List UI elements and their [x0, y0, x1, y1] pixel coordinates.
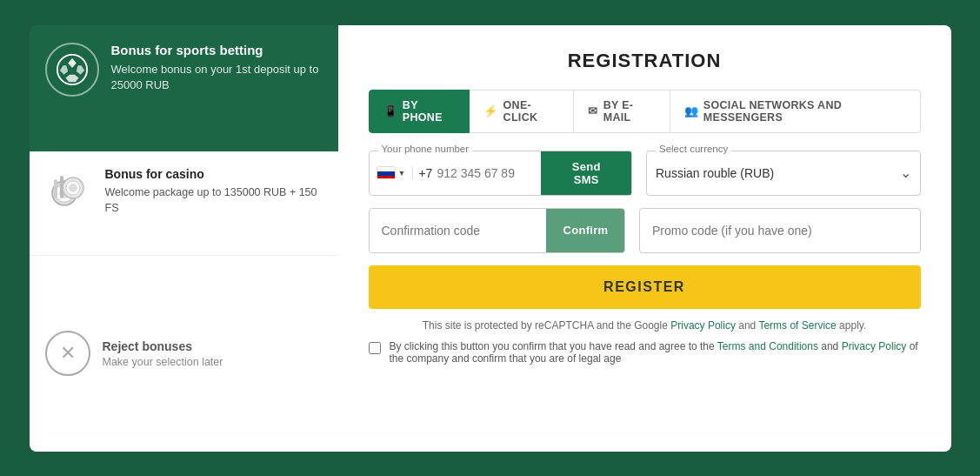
casino-icon	[45, 167, 93, 215]
main-container: Bonus for sports betting Welcome bonus o…	[30, 25, 951, 452]
svg-marker-2	[76, 65, 84, 74]
reject-bonus-panel[interactable]: ✕ Reject bonuses Make your selection lat…	[30, 256, 338, 452]
captcha-tos-link[interactable]: Terms of Service	[758, 319, 836, 332]
svg-marker-3	[59, 65, 68, 74]
svg-point-10	[69, 184, 77, 192]
tab-by-phone-label: BY PHONE	[403, 99, 455, 124]
promo-group	[639, 208, 921, 253]
registration-title: REGISTRATION	[369, 50, 921, 72]
terms-checkbox[interactable]	[369, 342, 381, 354]
phone-prefix: +7	[418, 166, 432, 180]
confirmation-input[interactable]	[370, 224, 546, 238]
social-tab-icon: 👥	[684, 104, 698, 117]
tab-one-click-label: ONE-CLICK	[503, 99, 560, 124]
phone-group: Your phone number ▼ +7 Send SMS	[369, 151, 633, 196]
terms-conditions-link[interactable]: Terms and Conditions	[717, 340, 818, 352]
tab-one-click[interactable]: ⚡ ONE-CLICK	[469, 90, 574, 133]
sports-icon	[45, 43, 99, 97]
tab-by-phone[interactable]: 📱 BY PHONE	[369, 90, 470, 133]
russia-flag	[377, 166, 396, 179]
form-row-2: Confirm	[369, 208, 921, 253]
tab-by-email-label: BY E-MAIL	[603, 99, 656, 124]
currency-label: Select currency	[656, 144, 731, 154]
casino-bonus-title: Bonus for casino	[105, 167, 323, 181]
phone-tab-icon: 📱	[383, 104, 397, 117]
reject-bonus-text: Reject bonuses Make your selection later	[103, 339, 223, 368]
captcha-privacy-link[interactable]: Privacy Policy	[670, 319, 736, 332]
svg-rect-11	[54, 179, 57, 198]
send-sms-button[interactable]: Send SMS	[541, 151, 631, 195]
sports-bonus-desc: Welcome bonus on your 1st deposit up to …	[111, 62, 323, 93]
casino-chips-icon	[47, 169, 90, 212]
tab-by-email[interactable]: ✉ BY E-MAIL	[573, 90, 670, 133]
casino-bonus-panel[interactable]: Bonus for casino Welcome package up to 1…	[30, 151, 338, 256]
terms-and: and	[821, 340, 838, 352]
captcha-apply: apply.	[839, 319, 866, 332]
casino-bonus-text: Bonus for casino Welcome package up to 1…	[105, 167, 323, 216]
sports-bonus-title: Bonus for sports betting	[111, 43, 323, 57]
oneclick-tab-icon: ⚡	[483, 104, 497, 117]
reject-icon: ✕	[45, 331, 90, 376]
sports-bonus-text: Bonus for sports betting Welcome bonus o…	[111, 43, 323, 93]
confirmation-group: Confirm	[369, 208, 626, 253]
flag-chevron-icon: ▼	[398, 169, 406, 178]
reject-title: Reject bonuses	[103, 339, 223, 353]
flag-selector[interactable]: ▼	[377, 166, 414, 179]
registration-panel: REGISTRATION 📱 BY PHONE ⚡ ONE-CLICK ✉ BY…	[338, 25, 951, 452]
terms-privacy-link[interactable]: Privacy Policy	[842, 340, 907, 352]
captcha-notice: This site is protected by reCAPTCHA and …	[369, 319, 921, 332]
confirm-button[interactable]: Confirm	[546, 209, 626, 252]
svg-rect-12	[60, 176, 63, 198]
currency-select[interactable]: Russian rouble (RUB) USD EUR	[656, 166, 900, 180]
tab-social[interactable]: 👥 SOCIAL NETWORKS AND MESSENGERS	[670, 90, 921, 133]
captcha-text: This site is protected by reCAPTCHA and …	[423, 319, 668, 332]
sidebar: Bonus for sports betting Welcome bonus o…	[30, 25, 338, 452]
phone-input[interactable]	[437, 166, 541, 180]
terms-row: By clicking this button you confirm that…	[369, 340, 921, 365]
terms-text: By clicking this button you confirm that…	[390, 340, 921, 365]
soccer-ball-icon	[56, 53, 89, 86]
casino-bonus-desc: Welcome package up to 135000 RUB + 150 F…	[105, 184, 323, 216]
form-row-1: Your phone number ▼ +7 Send SMS Select c…	[369, 151, 921, 196]
promo-input[interactable]	[652, 224, 908, 238]
captcha-and: and	[738, 319, 756, 332]
terms-prefix: By clicking this button you confirm that…	[390, 340, 715, 352]
sports-bonus-panel[interactable]: Bonus for sports betting Welcome bonus o…	[30, 25, 338, 151]
phone-label: Your phone number	[378, 144, 473, 154]
registration-tabs: 📱 BY PHONE ⚡ ONE-CLICK ✉ BY E-MAIL 👥 SOC…	[369, 90, 921, 133]
svg-marker-4	[65, 74, 78, 82]
currency-group: Select currency Russian rouble (RUB) USD…	[646, 151, 921, 196]
svg-marker-1	[68, 57, 77, 67]
currency-arrow-icon: ⌄	[900, 164, 911, 181]
reject-desc: Make your selection later	[103, 356, 223, 368]
tab-social-label: SOCIAL NETWORKS AND MESSENGERS	[703, 99, 906, 124]
register-button[interactable]: REGISTER	[369, 265, 921, 309]
email-tab-icon: ✉	[588, 104, 597, 117]
